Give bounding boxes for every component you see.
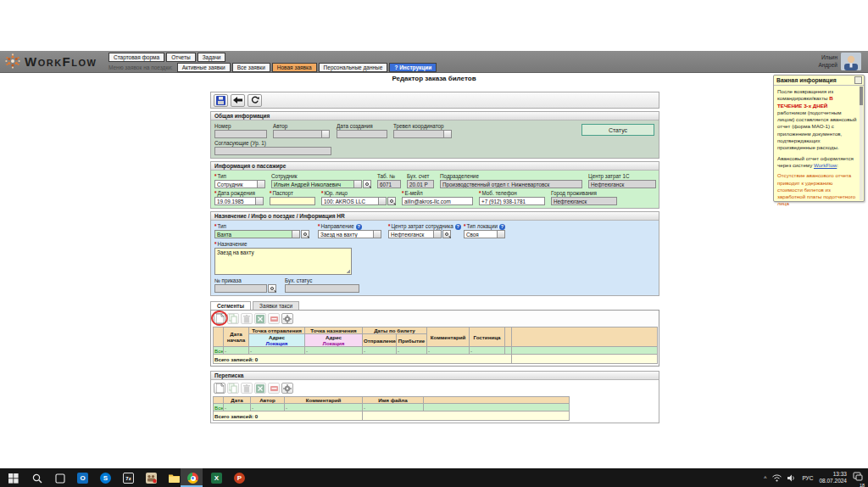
order-number-field[interactable]	[214, 284, 267, 293]
start-button[interactable]	[7, 472, 19, 484]
segment-excel-export-button[interactable]	[254, 313, 266, 324]
trip-type-select[interactable]: Вахта	[214, 230, 292, 238]
passport-field[interactable]	[270, 197, 315, 205]
number-field[interactable]	[214, 130, 267, 138]
info-panel-scrollbar[interactable]	[860, 87, 863, 200]
trip-menu-label: Меню заявок на поездки:	[108, 64, 173, 70]
cost-center-1c-label: Центр затрат 1С	[588, 173, 656, 180]
taskbar-powerpoint[interactable]: P	[233, 472, 246, 484]
save-button[interactable]	[214, 94, 228, 107]
refresh-button[interactable]	[248, 94, 262, 107]
segment-copy-button[interactable]	[227, 313, 239, 324]
button-active-requests[interactable]: Активные заявки	[177, 63, 231, 72]
workflow-link[interactable]: WorkFlow	[814, 162, 837, 168]
taskbar-outlook[interactable]: O	[76, 472, 89, 484]
section-title-passenger: Информация о пассажире	[211, 162, 659, 171]
people-app-icon	[146, 473, 157, 484]
legal-entity-select[interactable]: 100: AKROS LLC	[321, 197, 379, 205]
segment-delete-button[interactable]	[241, 313, 253, 324]
created-date-field[interactable]	[337, 130, 387, 138]
close-icon[interactable]	[854, 76, 862, 84]
network-icon[interactable]	[772, 474, 782, 482]
taskbar-chrome[interactable]	[186, 472, 199, 484]
tab-segments[interactable]: Сегменты	[210, 301, 251, 310]
cost-center-help-icon[interactable]: ?	[455, 224, 461, 230]
corr-excel-export-button[interactable]	[254, 383, 266, 394]
birth-date-dropdown[interactable]	[256, 197, 264, 205]
user-avatar[interactable]	[841, 53, 861, 70]
language-indicator[interactable]: РУС	[802, 475, 813, 481]
location-type-help-icon[interactable]: ?	[499, 224, 505, 230]
pass-type-dropdown[interactable]	[258, 180, 265, 188]
taskbar-file-explorer[interactable]	[168, 472, 181, 484]
purpose-textarea[interactable]: Заезд на вахту	[214, 248, 352, 275]
status-button[interactable]: Статус	[581, 124, 654, 136]
approvers-field[interactable]	[214, 147, 331, 155]
tab-tasks[interactable]: Задачи	[198, 53, 226, 62]
button-all-requests[interactable]: Все заявки	[232, 63, 270, 72]
action-center-icon	[853, 472, 863, 482]
trip-type-dropdown[interactable]	[292, 230, 300, 238]
corr-add-button[interactable]	[214, 383, 225, 394]
tab-reports[interactable]: Отчеты	[166, 53, 195, 62]
travel-coordinator-field[interactable]	[393, 130, 444, 138]
hidden-icons-chevron-icon[interactable]: ^	[764, 475, 766, 481]
segment-add-button[interactable]	[214, 313, 225, 324]
author-field[interactable]	[273, 130, 322, 138]
employee-cost-center-dropdown[interactable]	[434, 230, 442, 238]
employee-select[interactable]: Ильин Андрей Николаевич	[271, 180, 354, 188]
taskbar-people-app[interactable]	[145, 472, 158, 484]
legal-entity-search-icon[interactable]	[387, 197, 396, 205]
pass-type-select[interactable]: Сотрудник	[214, 180, 258, 188]
corr-pdf-export-button[interactable]	[268, 383, 280, 394]
action-center-button[interactable]: 18	[853, 470, 863, 485]
segments-total: Всего записей: 0	[214, 355, 512, 364]
employee-cost-center-select[interactable]: Нефтеюганск	[388, 230, 434, 238]
taskbar-excel[interactable]: X	[210, 472, 223, 484]
birth-date-field[interactable]: 19.09.1985	[214, 197, 256, 205]
trip-type-search-icon[interactable]	[301, 230, 309, 238]
order-search-icon[interactable]	[268, 284, 276, 293]
taskbar-skype[interactable]: S	[99, 472, 112, 484]
employee-search-icon[interactable]	[363, 180, 371, 188]
coordinator-picker-button[interactable]	[444, 130, 452, 138]
section-title-trip: Назначение / Инфо о поездке / Информация…	[211, 212, 659, 221]
email-field[interactable]: ailin@akros-llc.com	[402, 197, 473, 205]
author-label: Автор	[273, 123, 331, 130]
mobile-phone-field[interactable]: +7 (912) 938-1781	[479, 197, 545, 205]
tab-start-form[interactable]: Стартовая форма	[108, 53, 164, 62]
excel-icon	[256, 384, 264, 393]
search-button[interactable]	[31, 472, 43, 484]
corr-copy-button[interactable]	[227, 383, 239, 394]
question-icon: ?	[394, 64, 398, 70]
account-label: Бух. счет	[407, 173, 434, 180]
segment-settings-button[interactable]	[281, 313, 293, 324]
task-view-button[interactable]	[53, 472, 66, 484]
taskbar-clock[interactable]: 13:33 08.07.2024	[819, 471, 847, 484]
location-type-dropdown[interactable]	[498, 230, 505, 238]
button-new-request[interactable]: Новая заявка	[272, 63, 317, 72]
folder-icon	[169, 473, 180, 483]
segments-all-link[interactable]: Все	[214, 347, 224, 355]
employee-cost-center-label: *Центр затрат сотрудника?	[388, 223, 458, 230]
direction-select[interactable]: Заезд на вахту	[318, 230, 374, 238]
cost-center-search-icon[interactable]	[442, 230, 451, 238]
segment-pdf-export-button[interactable]	[268, 313, 280, 324]
button-instructions[interactable]: ? Инструкции	[389, 63, 437, 72]
author-picker-button[interactable]	[322, 130, 330, 138]
created-date-label: Дата создания	[337, 123, 387, 130]
direction-help-icon[interactable]: ?	[356, 224, 362, 230]
direction-dropdown[interactable]	[374, 230, 381, 238]
button-personal-data[interactable]: Персональные данные	[319, 63, 388, 72]
employee-dropdown[interactable]	[354, 180, 362, 188]
corr-settings-button[interactable]	[281, 383, 293, 394]
back-button[interactable]	[231, 94, 245, 107]
tab-taxi-requests[interactable]: Заявки такси	[253, 301, 299, 310]
correspondence-all-link[interactable]: Все	[214, 404, 224, 411]
segments-link-col-header	[214, 327, 224, 347]
corr-delete-button[interactable]	[241, 383, 253, 394]
location-type-select[interactable]: Своя	[464, 230, 498, 238]
volume-icon[interactable]	[787, 474, 796, 482]
taskbar-archiver[interactable]: 7z	[122, 472, 135, 484]
legal-entity-dropdown[interactable]	[379, 197, 387, 205]
